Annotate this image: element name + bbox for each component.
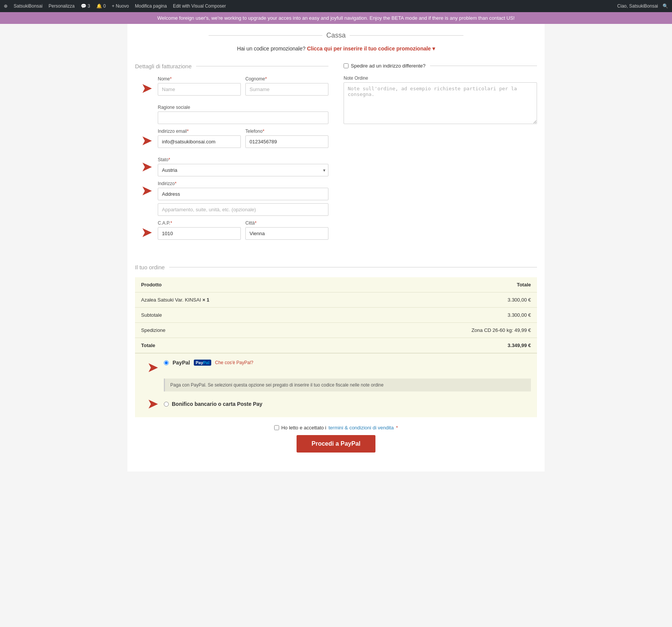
personalize-btn[interactable]: Personalizza: [49, 3, 75, 9]
shipping-section-header: Spedire ad un indirizzo differente?: [344, 63, 537, 69]
terms-checkbox-label[interactable]: Ho letto e accettato i termini & condizi…: [135, 425, 537, 431]
site-title[interactable]: SatsukiBonsai: [14, 3, 42, 9]
surname-label: Cognome*: [245, 76, 328, 82]
product-price-cell: 3.300,00 €: [348, 292, 537, 308]
col-product-header: Prodotto: [135, 277, 348, 292]
address2-input[interactable]: [158, 203, 328, 216]
phone-group: Telefono*: [245, 129, 328, 148]
total-label: Totale: [135, 338, 348, 353]
main-content: Cassa Hai un codice promozionale? Clicca…: [127, 24, 545, 471]
business-label: Ragione sociale: [158, 105, 328, 110]
terms-prefix: Ho letto e accettato i: [281, 425, 327, 431]
subtotal-row: Subtotale 3.300,00 €: [135, 308, 537, 323]
business-group: Ragione sociale: [158, 105, 328, 124]
arrow-paypal-icon: ➤: [148, 360, 158, 375]
billing-title: Dettagli di fatturazione: [135, 63, 192, 69]
bank-radio[interactable]: [164, 402, 169, 407]
order-section: Il tuo ordine Prodotto Totale Azalea Sat…: [135, 264, 537, 453]
promo-code-row: Hai un codice promozionale? Clicca qui p…: [135, 46, 537, 52]
arrow-bank-icon: ➤: [148, 397, 158, 411]
order-table-header: Prodotto Totale: [135, 277, 537, 292]
email-phone-row: Indirizzo email* Telefono*: [158, 129, 328, 148]
arrow-email-icon: ➤: [141, 134, 152, 148]
address-label: Indirizzo*: [158, 181, 328, 186]
new-button[interactable]: + Nuovo: [112, 3, 129, 9]
paypal-option: PayPal PayPal Che cos'è PayPal?: [164, 360, 531, 366]
address-input[interactable]: [158, 188, 328, 200]
bank-label: Bonifico bancario o carta Poste Pay: [172, 401, 262, 407]
promo-banner-text: Welcome foreign user's, we're working to…: [157, 15, 515, 21]
zip-input[interactable]: [158, 227, 241, 240]
email-group: Indirizzo email*: [158, 129, 241, 148]
order-table: Prodotto Totale Azalea Satsuki Var. KINS…: [135, 277, 537, 353]
product-name-cell: Azalea Satsuki Var. KINSAI × 1: [135, 292, 348, 308]
billing-section: Dettagli di fatturazione ➤ Nome*: [135, 63, 328, 249]
paypal-radio[interactable]: [164, 360, 169, 365]
payment-section: ➤ PayPal PayPal Che cos'è PayPal?: [135, 353, 537, 417]
page-title: Cassa: [326, 31, 345, 39]
order-notes-label: Note Ordine: [344, 75, 537, 81]
greeting-text: Ciao, SatsukiBonsai: [617, 3, 658, 9]
edit-page-btn[interactable]: Modifica pagina: [135, 3, 167, 9]
paypal-desc: Paga con PayPal. Se selezioni questa opz…: [164, 379, 531, 391]
city-input[interactable]: [245, 227, 328, 240]
name-surname-row: Nome* Cognome*: [158, 76, 328, 96]
business-input[interactable]: [158, 112, 328, 124]
name-label: Nome*: [158, 76, 241, 82]
phone-label: Telefono*: [245, 129, 328, 134]
billing-section-header: Dettagli di fatturazione: [135, 63, 328, 69]
paypal-info-link[interactable]: Che cos'è PayPal?: [215, 360, 253, 365]
checkout-grid: Dettagli di fatturazione ➤ Nome*: [135, 63, 537, 249]
city-label: Città*: [245, 220, 328, 226]
email-label: Indirizzo email*: [158, 129, 241, 134]
arrow-name-icon: ➤: [141, 81, 152, 96]
order-notes-input[interactable]: [344, 82, 537, 124]
promo-code-link[interactable]: Clicca qui per inserire il tuo codice pr…: [307, 46, 435, 52]
name-group: Nome*: [158, 76, 241, 96]
state-group: Stato* Austria Germany Italy France: [158, 157, 328, 176]
address-group: Indirizzo*: [158, 181, 328, 200]
state-label: Stato*: [158, 157, 328, 162]
phone-input[interactable]: [245, 135, 328, 148]
name-input[interactable]: [158, 83, 241, 96]
state-select-wrapper: Austria Germany Italy France: [158, 164, 328, 176]
comments-btn[interactable]: 💬 3: [81, 3, 90, 9]
shipping-value: Zona CD 26-60 kg: 49,99 €: [348, 323, 537, 338]
shipping-row: Spedizione Zona CD 26-60 kg: 49,99 €: [135, 323, 537, 338]
billing-title-line: [196, 66, 328, 66]
updates-btn[interactable]: 🔔 0: [96, 3, 106, 9]
paypal-logo: PayPal: [194, 360, 211, 366]
terms-row: Ho letto e accettato i termini & condizi…: [135, 425, 537, 431]
email-input[interactable]: [158, 135, 241, 148]
col-total-header: Totale: [348, 277, 537, 292]
order-section-header: Il tuo ordine: [135, 264, 537, 270]
visual-composer-btn[interactable]: Edit with Visual Composer: [173, 3, 226, 9]
title-line-right: [350, 35, 463, 36]
submit-row: Procedi a PayPal: [135, 435, 537, 453]
order-table-row: Azalea Satsuki Var. KINSAI × 1 3.300,00 …: [135, 292, 537, 308]
page-title-row: Cassa: [135, 31, 537, 39]
surname-group: Cognome*: [245, 76, 328, 96]
search-icon[interactable]: 🔍: [663, 3, 668, 9]
shipping-checkbox[interactable]: [344, 63, 349, 68]
address2-group: [158, 203, 328, 216]
shipping-label: Spedizione: [135, 323, 348, 338]
shipping-section: Spedire ad un indirizzo differente? Note…: [344, 63, 537, 249]
city-group: Città*: [245, 220, 328, 240]
zip-city-row: C.A.P.* Città*: [158, 220, 328, 240]
zip-group: C.A.P.*: [158, 220, 241, 240]
wp-logo-icon[interactable]: ⊕: [4, 3, 8, 9]
total-value: 3.349,99 €: [348, 338, 537, 353]
paypal-label: PayPal: [173, 360, 190, 366]
arrow-zip-icon: ➤: [141, 225, 152, 240]
arrow-state-icon: ➤: [141, 160, 152, 174]
shipping-title-line: [430, 66, 537, 66]
zip-label: C.A.P.*: [158, 220, 241, 226]
promo-code-label: Hai un codice promozionale?: [237, 46, 306, 52]
shipping-checkbox-label[interactable]: Spedire ad un indirizzo differente?: [344, 63, 425, 69]
state-select[interactable]: Austria Germany Italy France: [158, 164, 328, 176]
surname-input[interactable]: [245, 83, 328, 96]
submit-button[interactable]: Procedi a PayPal: [297, 435, 376, 453]
terms-checkbox[interactable]: [274, 425, 279, 430]
terms-link[interactable]: termini & condizioni di vendita: [328, 425, 394, 431]
